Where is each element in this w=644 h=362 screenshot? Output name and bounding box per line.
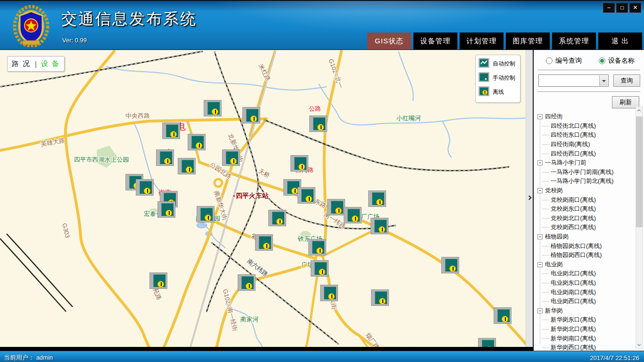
tree-device-row[interactable]: 植物园岗东口(离线) [537,241,644,251]
tree-scrollbar [636,107,643,349]
tree-device-row[interactable]: 一马路小学门前南(离线) [537,168,644,177]
device-marker[interactable] [372,290,388,305]
tree-device-row[interactable]: 新华岗西口(离线) [537,343,644,351]
legend-label: 自动控制 [493,60,515,68]
chevron-down-icon[interactable] [599,75,608,86]
device-marker[interactable] [158,202,175,217]
current-user-label: 当前用户： admin [4,354,53,362]
device-marker[interactable] [321,285,338,301]
device-marker[interactable] [309,239,326,255]
tree-device-row[interactable]: 党校岗南口(离线) [537,195,644,205]
tree-device-row[interactable]: 新华岗南口(离线) [537,334,644,343]
tree-device-row[interactable]: 植物园岗西口(离线) [537,251,644,260]
device-marker[interactable] [311,261,328,276]
device-marker[interactable] [344,207,361,223]
device-marker[interactable] [150,273,167,288]
device-marker[interactable] [298,188,315,203]
device-select[interactable] [538,74,609,87]
offline-warning-icon [205,214,211,221]
collapse-minus-icon[interactable] [537,234,543,239]
collapse-minus-icon[interactable] [537,114,543,119]
tree-device-row[interactable]: 党校岗北口(离线) [537,214,644,223]
offline-warning-icon [449,265,456,272]
device-marker[interactable] [223,150,239,165]
radio-device-name[interactable]: 设备名称 [599,57,635,65]
device-marker[interactable] [136,180,153,195]
tree-group-row[interactable]: 四经街 [537,112,644,122]
map-mode-toggle: 路 况 | 设 备 [7,56,65,72]
tree-device-row[interactable]: 电业岗西口(离线) [537,297,644,306]
device-marker[interactable] [494,308,511,323]
tree-group-row[interactable]: 电业岗 [537,260,644,270]
device-marker[interactable] [479,338,495,347]
tree-group-row[interactable]: 一马路小学门前 [537,158,644,168]
offline-warning-icon [502,316,508,322]
nav-tab[interactable]: 计划管理 [460,33,504,49]
offline-warning-icon [376,199,383,206]
tree-device-row[interactable]: 电业岗东口(离线) [537,279,644,288]
tree-device-row[interactable]: 新华岗东口(离线) [537,315,644,325]
tree-device-label: 新华岗北口(离线) [551,325,596,333]
nav-tab[interactable]: GIS状态 [367,33,411,49]
scroll-up-button[interactable] [636,107,643,115]
collapse-minus-icon[interactable] [537,308,543,313]
query-button[interactable]: 查询 [613,74,640,87]
offline-warning-icon [144,188,150,194]
device-marker[interactable] [188,134,205,150]
nav-tab[interactable]: 设备管理 [413,33,457,49]
tree-group-row[interactable]: 党校岗 [537,186,644,196]
collapse-minus-icon[interactable] [537,160,543,165]
tree-device-row[interactable]: 四经街南(离线) [537,140,644,149]
minimize-button[interactable]: – [603,3,615,13]
radio-icon[interactable] [599,58,605,64]
maximize-button[interactable]: □ [616,3,628,13]
device-marker[interactable] [163,123,180,139]
tree-group-row[interactable]: 植物园岗 [537,232,644,242]
datetime-label: 2017/4/7 22:51:26 [590,354,639,362]
traffic-mode-button[interactable]: 路 况 [12,59,31,68]
offline-warning-icon [230,158,237,165]
nav-tab[interactable]: 系统管理 [552,33,596,49]
device-marker[interactable] [328,199,345,215]
radio-number-query[interactable]: 编号查询 [546,57,582,65]
nav-tab[interactable]: 退 出 [598,33,642,49]
tree-device-row[interactable]: 一马路小学门前北(离线) [537,177,644,186]
main-area: 中央西路英雄大路公园北路北新华大街南新华大街天桥中央东路南一纬路紫气大路东山大街… [0,49,644,351]
collapse-minus-icon[interactable] [537,188,543,193]
gis-map-canvas[interactable]: 中央西路英雄大路公园北路北新华大街南新华大街天桥中央东路南一纬路紫气大路东山大街… [0,50,533,347]
scroll-down-button[interactable] [636,341,643,349]
device-marker[interactable] [256,235,272,250]
tree-device-row[interactable]: 电业岗南口(离线) [537,288,644,297]
sidebar-collapse-handle[interactable] [526,50,533,347]
device-marker[interactable] [291,156,308,171]
device-marker[interactable] [204,100,221,116]
device-marker[interactable] [310,116,327,132]
username: admin [36,354,53,361]
device-marker[interactable] [197,206,214,222]
tree-device-row[interactable]: 四经街东口(离线) [537,131,644,140]
tree-group-row[interactable]: 新华岗 [537,306,644,315]
scrollbar-thumb[interactable] [636,116,643,227]
tree-device-row[interactable]: 新华岗北口(离线) [537,325,644,334]
device-marker[interactable] [157,150,173,165]
device-marker[interactable] [269,210,286,226]
device-marker[interactable] [238,275,255,290]
device-mode-button[interactable]: 设 备 [41,59,60,68]
device-marker[interactable] [369,191,386,206]
nav-tab[interactable]: 图库管理 [506,33,550,49]
tree-device-row[interactable]: 四经街西口(离线) [537,149,644,158]
refresh-row: 刷新 [534,92,644,108]
tree-device-row[interactable]: 党校岗东口(离线) [537,205,644,214]
tree-device-label: 四经街南(离线) [551,140,590,148]
device-marker[interactable] [442,257,459,273]
tree-device-row[interactable]: 电业岗北口(离线) [537,269,644,279]
device-marker[interactable] [243,107,260,123]
offline-warning-icon [157,281,164,288]
tree-device-row[interactable]: 四经街北口(离线) [537,122,644,131]
close-button[interactable]: ✕ [629,3,641,13]
radio-icon[interactable] [546,58,553,64]
device-marker[interactable] [178,158,195,174]
tree-device-row[interactable]: 党校岗西口(离线) [537,223,644,232]
collapse-minus-icon[interactable] [537,262,543,267]
device-marker[interactable] [371,218,388,234]
